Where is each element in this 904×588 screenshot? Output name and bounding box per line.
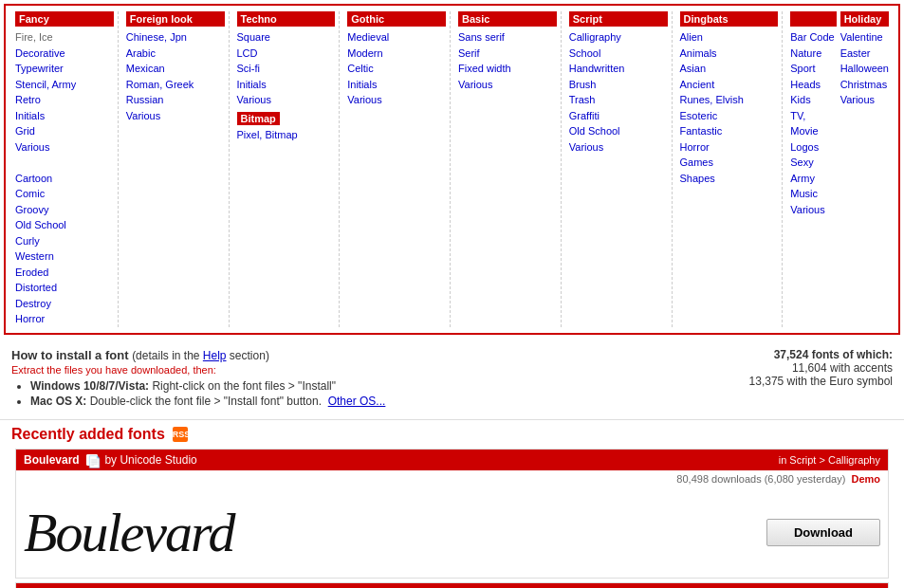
cat-holiday-various[interactable]: Various (840, 92, 889, 108)
cat-holiday-header[interactable]: Holiday (840, 11, 889, 27)
font-boulevard-name-link[interactable]: Boulevard (24, 453, 80, 467)
cat-dingbats-fantastic[interactable]: Fantastic (680, 123, 779, 139)
cat-script-brush[interactable]: Brush (569, 77, 668, 93)
font-boulevard-download-button[interactable]: Download (766, 519, 880, 546)
cat-gothic-various[interactable]: Various (347, 92, 446, 108)
other-os-link[interactable]: Other OS... (328, 395, 386, 408)
cat-fancy-oldschool[interactable]: Old School (15, 217, 114, 233)
cat-techno-lcd[interactable]: LCD (237, 46, 336, 62)
install-stats: 37,524 fonts of which: 11,604 with accen… (749, 348, 893, 388)
cat-dingbats-animals[interactable]: Animals (680, 46, 779, 62)
cat-basic-fixed[interactable]: Fixed width (458, 61, 557, 77)
cat-misc-heads[interactable]: Heads (790, 77, 836, 93)
cat-fancy-comic[interactable]: Comic (15, 186, 114, 202)
cat-dingbats-esoteric[interactable]: Esoteric (680, 108, 779, 124)
cat-dingbats-alien[interactable]: Alien (680, 29, 779, 46)
cat-techno-square[interactable]: Square (237, 29, 336, 46)
cat-script: Script Calligraphy School Handwritten Br… (565, 11, 673, 327)
cat-dingbats-horror[interactable]: Horror (680, 139, 779, 156)
cat-fancy-initials[interactable]: Initials (15, 108, 114, 124)
cat-gothic-initials[interactable]: Initials (347, 77, 446, 93)
cat-fancy-stencil[interactable]: Stencil, Army (15, 77, 114, 93)
recently-header: Recently added fonts RSS (11, 426, 893, 443)
cat-fancy-header[interactable]: Fancy (15, 11, 114, 27)
cat-fancy-decorative[interactable]: Decorative (15, 46, 114, 62)
cat-techno-scifi[interactable]: Sci-fi (237, 61, 336, 77)
cat-fancy-retro[interactable]: Retro (15, 92, 114, 108)
cat-script-handwritten[interactable]: Handwritten (569, 61, 668, 77)
cat-fancy-western[interactable]: Western (15, 248, 114, 265)
cat-fancy-typewriter[interactable]: Typewriter (15, 61, 114, 77)
cat-gothic-header[interactable]: Gothic (347, 11, 446, 27)
cat-misc-items: Bar Code Nature Sport Heads Kids TV, Mov… (790, 29, 836, 217)
font-boulevard-header: Boulevard 📄 by Unicode Studio in Script … (16, 450, 888, 470)
cat-dingbats-shapes[interactable]: Shapes (680, 171, 779, 187)
cat-techno-initials[interactable]: Initials (237, 77, 336, 93)
cat-misc-sexy[interactable]: Sexy (790, 155, 836, 171)
cat-gothic-celtic[interactable]: Celtic (347, 61, 446, 77)
cat-basic-header[interactable]: Basic (458, 11, 557, 27)
cat-misc-tvmovie[interactable]: TV, Movie (790, 108, 836, 139)
cat-bitmap-header[interactable]: Bitmap (237, 112, 280, 125)
cat-fancy-grid[interactable]: Grid (15, 123, 114, 139)
cat-script-graffiti[interactable]: Graffiti (569, 108, 668, 124)
cat-script-oldschool[interactable]: Old School (569, 123, 668, 139)
cat-techno-header[interactable]: Techno (237, 11, 336, 27)
cat-foreign-roman[interactable]: Roman, Greek (126, 77, 225, 93)
cat-foreign-header[interactable]: Foreign look (126, 11, 225, 27)
font-boulevard-preview-text: Boulevard (24, 493, 757, 572)
cat-script-various[interactable]: Various (569, 139, 668, 156)
cat-foreign-mexican[interactable]: Mexican (126, 61, 225, 77)
cat-foreign-russian[interactable]: Russian (126, 92, 225, 108)
cat-holiday-halloween[interactable]: Halloween (840, 61, 889, 77)
cat-script-calligraphy[interactable]: Calligraphy (569, 29, 668, 46)
cat-script-trash[interactable]: Trash (569, 92, 668, 108)
cat-misc-barcode[interactable]: Bar Code (790, 29, 836, 46)
rss-icon[interactable]: RSS (173, 427, 188, 442)
font-boulevard-title-area: Boulevard 📄 by Unicode Studio (24, 453, 197, 467)
install-windows: Windows 10/8/7/Vista: Right-click on the… (30, 379, 730, 393)
cat-misc-various[interactable]: Various (790, 202, 836, 218)
cat-holiday-valentine[interactable]: Valentine (840, 29, 889, 46)
cat-dingbats-ancient[interactable]: Ancient (680, 77, 779, 93)
cat-fancy-distorted[interactable]: Distorted (15, 280, 114, 296)
cat-fancy-various[interactable]: Various (15, 139, 114, 156)
cat-misc-nature[interactable]: Nature (790, 46, 836, 62)
cat-fancy-destroy[interactable]: Destroy (15, 296, 114, 312)
cat-basic-various[interactable]: Various (458, 77, 557, 93)
font-boulevard-demo-link[interactable]: Demo (851, 473, 880, 485)
cat-bitmap-pixel[interactable]: Pixel, Bitmap (237, 127, 336, 143)
cat-gothic-modern[interactable]: Modern (347, 46, 446, 62)
cat-foreign-chinese[interactable]: Chinese, Jpn (126, 29, 225, 46)
cat-holiday-christmas[interactable]: Christmas (840, 77, 889, 93)
cat-misc-kids[interactable]: Kids (790, 92, 836, 108)
cat-script-header[interactable]: Script (569, 11, 668, 27)
cat-basic-serif[interactable]: Serif (458, 46, 557, 62)
cat-misc-sport[interactable]: Sport (790, 61, 836, 77)
cat-fancy-items: Fire, Ice Decorative Typewriter Stencil,… (15, 29, 114, 327)
cat-techno-various[interactable]: Various (237, 92, 336, 108)
cat-misc-logos[interactable]: Logos (790, 139, 836, 156)
cat-fancy-curly[interactable]: Curly (15, 233, 114, 249)
font-boulevard-author-link[interactable]: Unicode Studio (120, 453, 196, 467)
cat-gothic-medieval[interactable]: Medieval (347, 29, 446, 46)
cat-misc-army[interactable]: Army (790, 171, 836, 187)
cat-basic-sans[interactable]: Sans serif (458, 29, 557, 46)
cat-dingbats-header[interactable]: Dingbats (680, 11, 779, 27)
cat-fancy-cartoon[interactable]: Cartoon (15, 171, 114, 187)
cat-misc-header[interactable] (790, 11, 836, 27)
help-link[interactable]: Help (203, 349, 227, 362)
cat-dingbats-runes[interactable]: Runes, Elvish (680, 92, 779, 108)
cat-foreign-arabic[interactable]: Arabic (126, 46, 225, 62)
font-boulevard-category: in Script > Calligraphy (779, 454, 880, 466)
cat-dingbats-games[interactable]: Games (680, 155, 779, 171)
cat-fancy-groovy[interactable]: Groovy (15, 202, 114, 218)
cat-fancy-eroded[interactable]: Eroded (15, 265, 114, 281)
cat-script-school[interactable]: School (569, 46, 668, 62)
cat-fancy-horror[interactable]: Horror (15, 311, 114, 327)
cat-foreign-various[interactable]: Various (126, 108, 225, 124)
cat-misc-music[interactable]: Music (790, 186, 836, 202)
cat-dingbats-asian[interactable]: Asian (680, 61, 779, 77)
cat-holiday-easter[interactable]: Easter (840, 46, 889, 62)
cat-basic-items: Sans serif Serif Fixed width Various (458, 29, 557, 92)
